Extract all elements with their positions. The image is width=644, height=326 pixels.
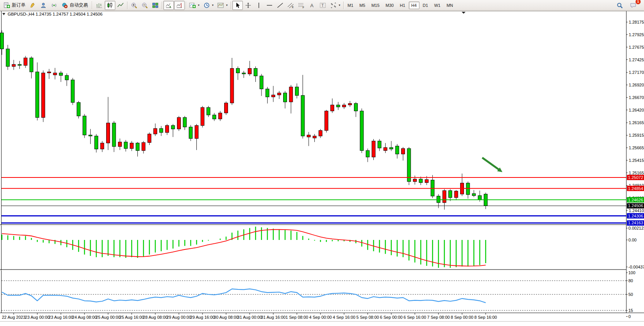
candle: [466, 182, 470, 199]
candle-body: [95, 136, 98, 149]
candle: [449, 189, 452, 201]
candle: [472, 190, 476, 197]
candle-body: [248, 69, 252, 74]
timeframe-m15[interactable]: M15: [369, 2, 382, 9]
crosshair-button[interactable]: [243, 1, 253, 10]
timeframe-bar: M1M5M15M30H1H4D1W1MN: [345, 2, 456, 9]
candle: [407, 147, 411, 185]
candle-body: [419, 179, 422, 182]
chart-canvas[interactable]: GBPUSD-,H4 1.24735 1.24757 1.24504 1.245…: [0, 11, 644, 326]
zoom-in-button[interactable]: [129, 1, 139, 10]
vertical-line-button[interactable]: [253, 1, 264, 10]
candle-body: [443, 190, 446, 203]
chart-window[interactable]: GBPUSD-,H4 1.24735 1.24757 1.24504 1.245…: [0, 11, 644, 326]
candle-body: [343, 105, 346, 107]
candle: [248, 61, 252, 76]
timeframe-h1[interactable]: H1: [397, 2, 408, 9]
text-label-button[interactable]: T: [317, 1, 328, 10]
line-chart-button[interactable]: [115, 1, 126, 10]
chart-title: GBPUSD-,H4 1.24735 1.24757 1.24504 1.245…: [8, 12, 102, 16]
zoom-out-button[interactable]: [139, 1, 150, 10]
fibonacci-button[interactable]: F: [296, 1, 307, 10]
timeframe-m1[interactable]: M1: [345, 2, 356, 9]
candle: [83, 114, 86, 138]
candle: [225, 101, 228, 115]
candle: [41, 70, 45, 122]
auto-trading-button[interactable]: 自动交易: [59, 1, 90, 10]
symbol-dropdown-icon[interactable]: [2, 13, 5, 15]
candle-body: [89, 135, 92, 136]
timeframe-m30[interactable]: M30: [383, 2, 396, 9]
candle-body: [6, 49, 10, 66]
price-axis-label: 1.25915: [629, 133, 644, 137]
profile-button[interactable]: [38, 1, 49, 10]
candle: [437, 194, 440, 208]
rsi-plot-area[interactable]: [2, 270, 626, 313]
candle-body: [136, 143, 139, 151]
time-axis-label: 7 Sep 08:00: [427, 315, 450, 320]
candle-body: [437, 196, 440, 203]
dropdown-arrow-icon: ▾: [339, 3, 340, 7]
candle-body: [71, 80, 75, 102]
price-axis-label: 1.26670: [629, 95, 644, 100]
candle: [295, 83, 299, 98]
timeframe-h4[interactable]: H4: [409, 2, 419, 9]
candle: [12, 60, 16, 70]
candle-chart-button[interactable]: [105, 1, 115, 10]
bar-chart-button[interactable]: [94, 1, 105, 10]
horizontal-line-button[interactable]: [264, 1, 275, 10]
timeframe-d1[interactable]: D1: [420, 2, 431, 9]
candle-body: [277, 93, 281, 95]
candle: [395, 144, 399, 158]
candle: [319, 129, 322, 138]
candle: [354, 102, 358, 117]
templates-button[interactable]: ▾: [215, 1, 230, 10]
signal-button[interactable]: [49, 1, 59, 10]
macd-plot-area[interactable]: [2, 226, 626, 269]
candle-body: [48, 72, 51, 73]
candle-body: [0, 33, 4, 49]
shapes-button[interactable]: ▾: [328, 1, 342, 10]
price-axis-label: 1.25165: [629, 171, 644, 175]
auto-scroll-button[interactable]: [163, 1, 174, 10]
notifications-button[interactable]: 1: [628, 1, 639, 10]
indicators-button[interactable]: ▾: [187, 1, 201, 10]
macd-axis-label: 0.002123: [628, 226, 644, 230]
text-button[interactable]: A: [307, 1, 317, 10]
svg-text:T: T: [322, 3, 324, 8]
candle: [89, 129, 92, 144]
macd-pane: 0.0021230.00-0.004378: [2, 226, 644, 270]
arrow-annotation[interactable]: [482, 158, 502, 172]
channel-button[interactable]: E: [285, 1, 296, 10]
candle-body: [319, 131, 322, 136]
time-axis-label: 23 Aug 16:00: [49, 315, 73, 320]
timeframe-w1[interactable]: W1: [432, 2, 443, 9]
timeframe-mn[interactable]: MN: [444, 2, 456, 9]
cursor-button[interactable]: [232, 1, 243, 10]
price-axis-label: 1.25665: [629, 145, 644, 150]
styler-button[interactable]: [27, 1, 38, 10]
rsi-pane: 1008050150: [2, 270, 635, 319]
periods-button[interactable]: ▾: [201, 1, 215, 10]
trendline-button[interactable]: [275, 1, 285, 10]
candle-body: [372, 141, 375, 157]
candle-body: [225, 103, 228, 113]
chart-shift-button[interactable]: [174, 1, 185, 10]
candle-body: [336, 105, 340, 107]
candle-body: [313, 136, 316, 138]
cursor-icon: [234, 2, 241, 8]
price-axis-label: 1.26920: [629, 83, 644, 87]
new-order-button[interactable]: 新订单: [2, 1, 27, 10]
candle: [118, 139, 122, 150]
timeframe-m5[interactable]: M5: [357, 2, 368, 9]
candle: [65, 74, 69, 86]
candle-body: [295, 87, 299, 95]
mt4-window: { "toolbar": { "new_order_label": "新订单",…: [0, 0, 644, 326]
candle: [71, 78, 75, 105]
candle: [213, 113, 216, 121]
price-badge-label: 1.24854: [628, 186, 643, 191]
tile-windows-button[interactable]: [150, 1, 161, 10]
candle: [284, 91, 287, 109]
search-button[interactable]: [614, 1, 625, 10]
candle-body: [390, 147, 393, 149]
